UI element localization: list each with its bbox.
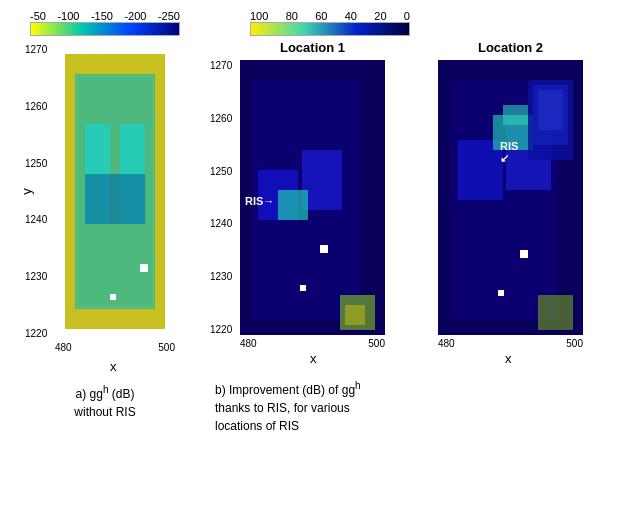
caption-left: a) ggh (dB)without RIS [74,382,135,421]
ris-label-location1: RIS→ [245,195,274,207]
colorbar-right: 100 80 60 40 20 0 [250,10,420,36]
x-axis-location1: 480 500 [240,338,385,349]
svg-rect-6 [140,264,148,272]
cb-left-label-4: -200 [124,10,146,22]
x-axis-label-location2: x [505,351,512,366]
y-axis-location1: 1270 1260 1250 1240 1230 1220 [210,60,235,335]
heatmap-left [55,44,175,339]
svg-rect-5 [85,174,145,224]
svg-rect-29 [538,295,573,330]
location1-label: Location 1 [240,40,385,55]
svg-rect-26 [538,90,563,130]
x-axis-location2: 480 500 [438,338,583,349]
svg-rect-27 [520,250,528,258]
right-plots: Location 1 1270 1260 1250 1240 1230 1220 [210,40,635,370]
svg-rect-28 [498,290,504,296]
svg-rect-17 [345,305,365,325]
x-axis-label-left: x [110,359,117,374]
left-panel: -50 -100 -150 -200 -250 y 1270 1260 1250… [5,10,205,504]
caption-right: b) Improvement (dB) of gghthanks to RIS,… [210,378,600,435]
svg-rect-7 [110,294,116,300]
svg-rect-23 [503,105,528,125]
svg-rect-13 [278,190,308,220]
svg-rect-15 [300,285,306,291]
colorbar-right-labels: 100 80 60 40 20 0 [250,10,410,22]
colorbar-left: -50 -100 -150 -200 -250 [25,10,185,36]
plot-location2-canvas [438,60,583,335]
colorbar-left-labels: -50 -100 -150 -200 -250 [30,10,180,22]
plot-left: y 1270 1260 1250 1240 1230 1220 [25,44,185,374]
colorbar-left-bar [30,22,180,36]
cb-left-label-5: -250 [158,10,180,22]
x-axis-label-location1: x [310,351,317,366]
cb-left-label-2: -100 [57,10,79,22]
cb-left-label-3: -150 [91,10,113,22]
plot-location2: Location 2 [410,40,595,370]
plot-location1: Location 1 1270 1260 1250 1240 1230 1220 [210,40,400,370]
colorbar-right-bar [250,22,410,36]
cb-left-label-1: -50 [30,10,46,22]
heatmap-location2 [438,60,583,335]
ris-label-location2: RIS↙ [500,140,518,165]
location2-label: Location 2 [438,40,583,55]
x-axis-left: 480 500 [55,342,175,353]
y-axis-left: 1270 1260 1250 1240 1230 1220 [25,44,50,339]
svg-rect-14 [320,245,328,253]
right-section: 100 80 60 40 20 0 Location 1 1270 1260 [205,10,635,504]
plot-left-canvas [55,44,175,339]
